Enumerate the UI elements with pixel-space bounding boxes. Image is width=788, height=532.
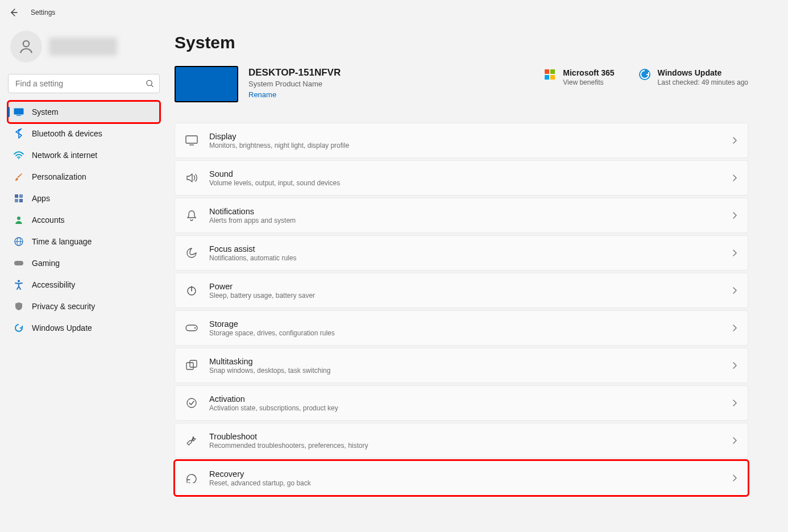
- profile-name-redacted: [49, 38, 117, 56]
- svg-point-0: [23, 41, 30, 47]
- sidebar-item-label: Privacy & security: [32, 302, 95, 311]
- sidebar-item-label: Time & language: [32, 237, 92, 246]
- setting-description: Alerts from apps and system: [209, 217, 732, 225]
- sidebar-item-windows-update[interactable]: Windows Update: [8, 317, 160, 339]
- svg-rect-5: [15, 194, 18, 198]
- nav-list: SystemBluetooth & devicesNetwork & inter…: [8, 101, 160, 339]
- setting-row-troubleshoot[interactable]: Troubleshoot Recommended troubleshooters…: [175, 423, 748, 458]
- recovery-icon: [185, 472, 198, 484]
- notifications-icon: [185, 209, 198, 222]
- sidebar-item-personalization[interactable]: Personalization: [8, 166, 160, 188]
- activation-icon: [185, 397, 198, 409]
- status-title: Microsoft 365: [563, 68, 614, 77]
- setting-title: Sound: [209, 169, 732, 178]
- setting-title: Troubleshoot: [209, 432, 732, 441]
- setting-title: Activation: [209, 394, 732, 404]
- device-thumbnail[interactable]: [175, 66, 238, 102]
- sidebar-item-label: Accessibility: [32, 280, 75, 289]
- search-icon: [146, 80, 154, 88]
- svg-rect-17: [550, 75, 555, 80]
- setting-description: Reset, advanced startup, go back: [209, 479, 732, 487]
- sidebar-item-label: Windows Update: [32, 323, 92, 332]
- sidebar-item-label: Bluetooth & devices: [32, 129, 102, 138]
- sound-icon: [185, 172, 198, 184]
- setting-description: Recommended troubleshooters, preferences…: [209, 442, 732, 450]
- setting-row-storage[interactable]: Storage Storage space, drives, configura…: [175, 310, 748, 346]
- svg-point-4: [18, 158, 19, 159]
- window-title: Settings: [31, 9, 55, 16]
- svg-point-22: [194, 327, 196, 329]
- status-card-ms365[interactable]: Microsoft 365View benefits: [544, 68, 614, 86]
- profile-block[interactable]: [8, 28, 160, 74]
- search-box: [8, 74, 160, 93]
- setting-row-power[interactable]: Power Sleep, battery usage, battery save…: [175, 273, 748, 308]
- setting-title: Multitasking: [209, 357, 732, 366]
- status-card-update[interactable]: Windows UpdateLast checked: 49 minutes a…: [638, 68, 748, 86]
- chevron-right-icon: [732, 361, 737, 369]
- svg-point-25: [187, 398, 196, 408]
- sidebar-item-privacy-security[interactable]: Privacy & security: [8, 296, 160, 317]
- back-button[interactable]: [8, 7, 19, 18]
- chevron-right-icon: [732, 211, 737, 219]
- sidebar-item-accessibility[interactable]: Accessibility: [8, 274, 160, 296]
- device-name: DESKTOP-151NFVR: [248, 67, 341, 78]
- svg-rect-12: [14, 261, 23, 265]
- chevron-right-icon: [732, 286, 737, 294]
- sidebar-item-gaming[interactable]: Gaming: [8, 252, 160, 274]
- setting-description: Volume levels, output, input, sound devi…: [209, 179, 732, 187]
- svg-rect-14: [545, 69, 549, 74]
- chevron-right-icon: [732, 249, 737, 257]
- setting-row-focus-assist[interactable]: Focus assist Notifications, automatic ru…: [175, 235, 748, 271]
- rename-link[interactable]: Rename: [248, 90, 276, 99]
- shield-icon: [14, 301, 24, 311]
- person-icon: [14, 215, 24, 225]
- setting-row-notifications[interactable]: Notifications Alerts from apps and syste…: [175, 198, 748, 233]
- main-panel: System DESKTOP-151NFVR System Product Na…: [168, 25, 788, 532]
- settings-list: Display Monitors, brightness, night ligh…: [175, 123, 748, 496]
- sidebar-item-accounts[interactable]: Accounts: [8, 209, 160, 231]
- search-input[interactable]: [8, 74, 160, 93]
- svg-rect-16: [545, 75, 549, 80]
- chevron-right-icon: [732, 437, 737, 444]
- wifi-icon: [14, 150, 24, 160]
- setting-row-display[interactable]: Display Monitors, brightness, night ligh…: [175, 123, 748, 158]
- chevron-right-icon: [732, 324, 737, 332]
- sidebar-item-network-internet[interactable]: Network & internet: [8, 144, 160, 166]
- sidebar-item-bluetooth-devices[interactable]: Bluetooth & devices: [8, 123, 160, 144]
- setting-row-recovery[interactable]: Recovery Reset, advanced startup, go bac…: [175, 460, 748, 496]
- sidebar-item-time-language[interactable]: Time & language: [8, 231, 160, 252]
- arrow-left-icon: [9, 8, 18, 17]
- titlebar: Settings: [0, 0, 788, 25]
- troubleshoot-icon: [185, 434, 198, 447]
- setting-description: Storage space, drives, configuration rul…: [209, 329, 732, 337]
- update-icon: [638, 68, 651, 81]
- sidebar-item-label: Accounts: [32, 215, 65, 225]
- focus-icon: [185, 247, 198, 259]
- status-subtitle: Last checked: 49 minutes ago: [658, 78, 748, 86]
- power-icon: [185, 284, 198, 297]
- setting-title: Notifications: [209, 207, 732, 216]
- setting-description: Activation state, subscriptions, product…: [209, 404, 732, 412]
- svg-rect-19: [186, 136, 197, 143]
- setting-description: Notifications, automatic rules: [209, 254, 732, 262]
- update-icon: [14, 323, 24, 333]
- ms365-icon: [544, 68, 556, 81]
- system-icon: [14, 107, 24, 117]
- setting-row-multitasking[interactable]: Multitasking Snap windows, desktops, tas…: [175, 348, 748, 383]
- setting-description: Sleep, battery usage, battery saver: [209, 292, 732, 300]
- sidebar-item-apps[interactable]: Apps: [8, 188, 160, 209]
- setting-title: Display: [209, 132, 732, 141]
- setting-row-activation[interactable]: Activation Activation state, subscriptio…: [175, 385, 748, 421]
- globe-icon: [14, 236, 24, 247]
- svg-rect-2: [14, 109, 24, 115]
- setting-description: Monitors, brightness, night light, displ…: [209, 142, 732, 149]
- setting-row-sound[interactable]: Sound Volume levels, output, input, soun…: [175, 160, 748, 196]
- accessibility-icon: [14, 280, 24, 290]
- svg-point-13: [18, 280, 20, 282]
- brush-icon: [14, 172, 24, 182]
- storage-icon: [185, 322, 198, 334]
- svg-rect-6: [19, 194, 23, 198]
- sidebar-item-label: Network & internet: [32, 151, 97, 160]
- sidebar-item-system[interactable]: System: [8, 101, 160, 123]
- status-title: Windows Update: [658, 68, 748, 77]
